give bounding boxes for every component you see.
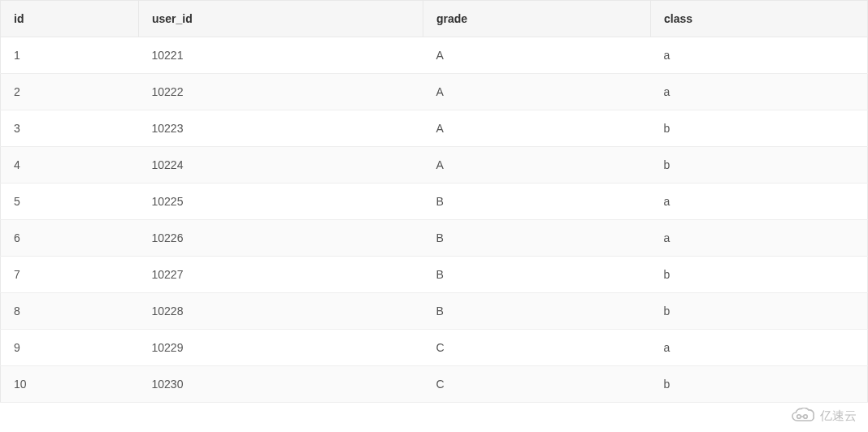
cell-id: 1 bbox=[1, 37, 139, 74]
cell-id: 3 bbox=[1, 110, 139, 147]
cell-user-id: 10226 bbox=[139, 220, 423, 257]
cell-user-id: 10227 bbox=[139, 257, 423, 293]
cell-id: 10 bbox=[1, 366, 139, 403]
table-row: 10 10230 C b bbox=[1, 366, 868, 403]
cell-user-id: 10228 bbox=[139, 293, 423, 330]
table-header-row: id user_id grade class bbox=[1, 1, 868, 37]
cell-id: 7 bbox=[1, 257, 139, 293]
cell-class: b bbox=[651, 366, 868, 403]
table-header: id user_id grade class bbox=[1, 1, 868, 37]
cell-grade: B bbox=[423, 293, 651, 330]
cell-class: a bbox=[651, 220, 868, 257]
table-body: 1 10221 A a 2 10222 A a 3 10223 A b 4 10… bbox=[1, 37, 868, 403]
cell-class: a bbox=[651, 37, 868, 74]
watermark-text: 亿速云 bbox=[820, 408, 857, 424]
table-row: 2 10222 A a bbox=[1, 74, 868, 110]
table-row: 9 10229 C a bbox=[1, 330, 868, 366]
cell-grade: A bbox=[423, 110, 651, 147]
cell-class: b bbox=[651, 110, 868, 147]
cloud-icon bbox=[791, 408, 815, 424]
table-row: 1 10221 A a bbox=[1, 37, 868, 74]
cell-id: 9 bbox=[1, 330, 139, 366]
cell-class: a bbox=[651, 184, 868, 220]
cell-user-id: 10230 bbox=[139, 366, 423, 403]
cell-user-id: 10225 bbox=[139, 184, 423, 220]
table-row: 6 10226 B a bbox=[1, 220, 868, 257]
column-header-class: class bbox=[651, 1, 868, 37]
watermark: 亿速云 bbox=[791, 408, 857, 424]
cell-user-id: 10223 bbox=[139, 110, 423, 147]
cell-grade: C bbox=[423, 330, 651, 366]
cell-grade: B bbox=[423, 257, 651, 293]
cell-grade: A bbox=[423, 74, 651, 110]
svg-point-0 bbox=[797, 415, 801, 419]
table-row: 8 10228 B b bbox=[1, 293, 868, 330]
table-row: 3 10223 A b bbox=[1, 110, 868, 147]
column-header-user-id: user_id bbox=[139, 1, 423, 37]
svg-point-1 bbox=[804, 415, 808, 419]
table-row: 7 10227 B b bbox=[1, 257, 868, 293]
cell-class: b bbox=[651, 257, 868, 293]
cell-user-id: 10221 bbox=[139, 37, 423, 74]
cell-id: 5 bbox=[1, 184, 139, 220]
cell-grade: A bbox=[423, 37, 651, 74]
table-row: 5 10225 B a bbox=[1, 184, 868, 220]
cell-user-id: 10224 bbox=[139, 147, 423, 184]
cell-user-id: 10229 bbox=[139, 330, 423, 366]
data-table: id user_id grade class 1 10221 A a 2 102… bbox=[0, 0, 868, 403]
column-header-id: id bbox=[1, 1, 139, 37]
cell-class: a bbox=[651, 74, 868, 110]
cell-class: a bbox=[651, 330, 868, 366]
cell-id: 2 bbox=[1, 74, 139, 110]
cell-id: 8 bbox=[1, 293, 139, 330]
cell-user-id: 10222 bbox=[139, 74, 423, 110]
cell-class: b bbox=[651, 147, 868, 184]
cell-class: b bbox=[651, 293, 868, 330]
cell-grade: C bbox=[423, 366, 651, 403]
cell-grade: B bbox=[423, 184, 651, 220]
column-header-grade: grade bbox=[423, 1, 651, 37]
cell-grade: B bbox=[423, 220, 651, 257]
cell-grade: A bbox=[423, 147, 651, 184]
table-row: 4 10224 A b bbox=[1, 147, 868, 184]
cell-id: 6 bbox=[1, 220, 139, 257]
cell-id: 4 bbox=[1, 147, 139, 184]
